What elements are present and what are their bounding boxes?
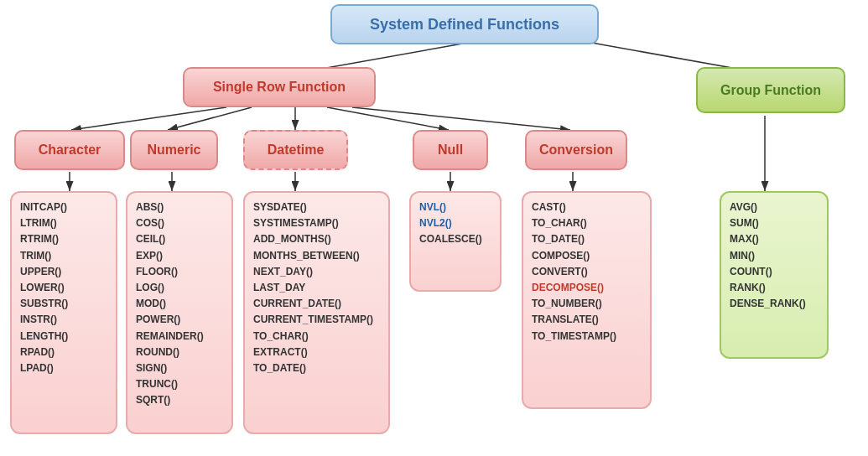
num-item-7: MOD() <box>136 296 166 312</box>
svg-line-7 <box>352 107 570 130</box>
char-item-8: INSTR() <box>20 312 57 328</box>
num-item-1: ABS() <box>136 200 164 215</box>
dt-item-10: EXTRACT() <box>253 345 308 360</box>
dt-item-3: ADD_MONTHS() <box>253 231 331 247</box>
null-label: Null <box>438 142 463 158</box>
num-item-6: LOG() <box>136 280 164 296</box>
grp-item-3: MAX() <box>730 231 759 247</box>
null-item-1: NVL() <box>419 200 446 215</box>
conversion-list: CAST() TO_CHAR() TO_DATE() COMPOSE() CON… <box>522 191 652 409</box>
svg-line-3 <box>71 107 226 130</box>
conv-item-3: TO_DATE() <box>532 231 585 247</box>
char-item-5: UPPER() <box>20 264 61 280</box>
conv-item-4: COMPOSE() <box>532 248 590 264</box>
conv-item-5: CONVERT() <box>532 264 588 280</box>
conv-item-2: TO_CHAR() <box>532 215 587 231</box>
num-item-8: POWER() <box>136 312 180 328</box>
datetime-list: SYSDATE() SYSTIMESTAMP() ADD_MONTHS() MO… <box>243 191 390 434</box>
num-item-5: FLOOR() <box>136 264 178 280</box>
datetime-node: Datetime <box>243 130 348 170</box>
char-item-4: TRIM() <box>20 248 51 264</box>
conv-item-1: CAST() <box>532 200 566 215</box>
null-list: NVL() NVL2() COALESCE() <box>409 191 502 292</box>
root-label: System Defined Functions <box>370 16 559 34</box>
conv-item-9: TO_TIMESTAMP() <box>532 329 616 345</box>
grp-item-4: MIN() <box>730 248 755 264</box>
single-row-label: Single Row Function <box>213 80 346 95</box>
num-item-12: TRUNC() <box>136 376 178 392</box>
numeric-label: Numeric <box>147 142 200 158</box>
char-item-1: INITCAP() <box>20 200 67 215</box>
conversion-node: Conversion <box>525 130 627 170</box>
grp-item-1: AVG() <box>730 200 757 215</box>
conversion-label: Conversion <box>539 142 613 158</box>
char-item-10: RPAD() <box>20 345 55 360</box>
dt-item-4: MONTHS_BETWEEN() <box>253 248 360 264</box>
grp-item-2: SUM() <box>730 215 759 231</box>
null-node: Null <box>413 130 488 170</box>
numeric-list: ABS() COS() CEIL() EXP() FLOOR() LOG() M… <box>126 191 233 434</box>
dt-item-2: SYSTIMESTAMP() <box>253 215 339 231</box>
svg-line-4 <box>168 107 252 130</box>
char-item-3: RTRIM() <box>20 231 59 247</box>
dt-item-5: NEXT_DAY() <box>253 264 313 280</box>
numeric-node: Numeric <box>130 130 218 170</box>
null-item-2: NVL2() <box>419 215 452 231</box>
svg-line-6 <box>327 107 449 130</box>
group-function-label: Group Function <box>720 83 821 98</box>
character-label: Character <box>39 142 101 158</box>
conv-item-8: TRANSLATE() <box>532 312 599 328</box>
null-item-3: COALESCE() <box>419 231 482 247</box>
grp-item-6: RANK() <box>730 280 766 296</box>
group-function-node: Group Function <box>696 67 845 113</box>
num-item-2: COS() <box>136 215 164 231</box>
dt-item-6: LAST_DAY <box>253 280 305 296</box>
char-item-6: LOWER() <box>20 280 65 296</box>
char-item-9: LENGTH() <box>20 329 68 345</box>
num-item-3: CEIL() <box>136 231 165 247</box>
conv-item-6: DECOMPOSE() <box>532 280 604 296</box>
root-node: System Defined Functions <box>330 4 599 44</box>
character-list: INITCAP() LTRIM() RTRIM() TRIM() UPPER()… <box>10 191 117 434</box>
grp-item-5: COUNT() <box>730 264 772 280</box>
single-row-node: Single Row Function <box>183 67 376 107</box>
dt-item-8: CURRENT_TIMESTAMP() <box>253 312 373 328</box>
num-item-4: EXP() <box>136 248 163 264</box>
grp-item-7: DENSE_RANK() <box>730 296 806 312</box>
num-item-11: SIGN() <box>136 360 167 376</box>
num-item-10: ROUND() <box>136 345 179 360</box>
dt-item-1: SYSDATE() <box>253 200 307 215</box>
dt-item-9: TO_CHAR() <box>253 329 309 345</box>
conv-item-7: TO_NUMBER() <box>532 296 602 312</box>
group-list: AVG() SUM() MAX() MIN() COUNT() RANK() D… <box>720 191 829 359</box>
datetime-label: Datetime <box>268 142 325 158</box>
num-item-9: REMAINDER() <box>136 329 204 345</box>
diagram: System Defined Functions Single Row Func… <box>0 0 868 456</box>
dt-item-11: TO_DATE() <box>253 360 306 376</box>
character-node: Character <box>14 130 125 170</box>
num-item-13: SQRT() <box>136 392 170 408</box>
char-item-2: LTRIM() <box>20 215 57 231</box>
dt-item-7: CURRENT_DATE() <box>253 296 341 312</box>
char-item-11: LPAD() <box>20 360 54 376</box>
char-item-7: SUBSTR() <box>20 296 68 312</box>
